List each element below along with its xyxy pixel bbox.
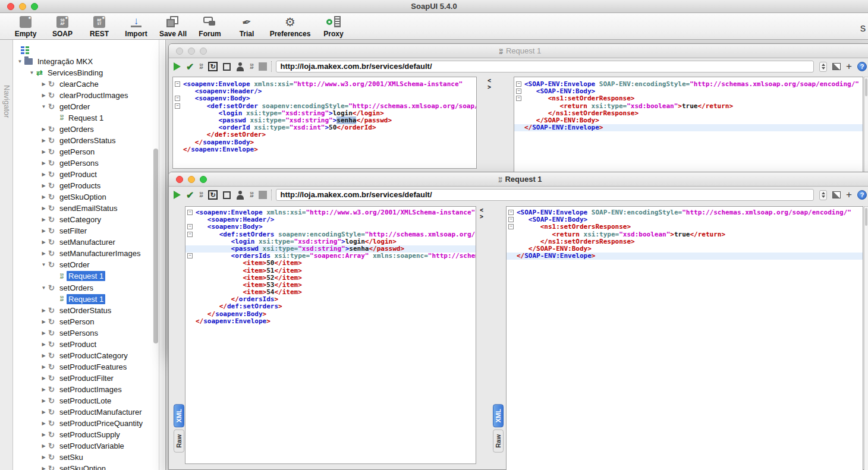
fold-toggle-icon[interactable]: − [175, 96, 180, 101]
tab-xml[interactable]: XML [493, 404, 504, 427]
endpoint-url-field[interactable]: http://loja.makex.com.br/services/defaul… [276, 189, 814, 201]
disclosure-right-icon[interactable]: ▶ [40, 342, 47, 347]
fold-toggle-icon[interactable]: − [508, 224, 514, 229]
xml-editor[interactable]: <SOAP-ENV:Envelope SOAP-ENV:encodingStyl… [517, 207, 863, 470]
tree-item-request-1[interactable]: SOAPRequest 1 [52, 294, 105, 305]
disclosure-right-icon[interactable]: ▶ [40, 376, 47, 381]
disclosure-right-icon[interactable]: ▶ [40, 239, 47, 245]
disclosure-right-icon[interactable]: ▶ [40, 353, 47, 358]
navigator-scrollbar-track[interactable] [159, 40, 164, 470]
tree-item-request-1[interactable]: SOAPRequest 1 [52, 270, 105, 282]
disclosure-right-icon[interactable]: ▶ [40, 127, 47, 132]
tree-item-setproductpricequantity[interactable]: ▶↻setProductPriceQuantity [40, 418, 144, 429]
tree-item-getpersons[interactable]: ▶↻getPersons [40, 157, 100, 169]
collapse-right-icon[interactable]: > [480, 213, 486, 220]
disclosure-right-icon[interactable]: ▶ [40, 160, 47, 166]
new-soap-project-button[interactable]: SOAP✱ SOAP [44, 15, 81, 38]
fold-toggle-icon[interactable]: − [175, 81, 180, 87]
tree-item-getproduct[interactable]: ▶↻getProduct [40, 169, 99, 180]
disclosure-down-icon[interactable]: ▼ [40, 104, 47, 109]
fold-toggle-icon[interactable]: − [508, 210, 514, 215]
scrollbar-thumb[interactable] [865, 208, 867, 226]
disclosure-right-icon[interactable]: ▶ [40, 228, 47, 234]
fold-toggle-icon[interactable]: − [508, 217, 514, 222]
response-editor-pane[interactable]: −−−<SOAP-ENV:Envelope SOAP-ENV:encodingS… [506, 206, 863, 470]
tree-item-request-1[interactable]: SOAPRequest 1 [52, 112, 105, 124]
tabbed-layout-button[interactable] [832, 189, 841, 201]
tree-item-setsku[interactable]: ▶↻setSku [40, 452, 85, 463]
splitter-collapse-icons[interactable]: <> [488, 77, 493, 90]
tree-item-clearcache[interactable]: ▶↻clearCache [40, 78, 100, 90]
submit-request-button[interactable] [174, 61, 181, 72]
request-editor-pane[interactable]: −−−−<soapenv:Envelope xmlns:xsi="http://… [185, 206, 476, 464]
fold-toggle-icon[interactable]: − [175, 103, 180, 109]
fold-gutter[interactable]: −−− [173, 77, 183, 168]
disclosure-right-icon[interactable]: ▶ [40, 387, 47, 392]
proxy-button[interactable]: Proxy [315, 15, 352, 38]
tree-item-setmanufacturerimages[interactable]: ▶↻setManufacturerImages [40, 248, 142, 259]
disclosure-right-icon[interactable]: ▶ [40, 217, 47, 222]
tree-item-getperson[interactable]: ▶↻getPerson [40, 146, 96, 157]
tree-item-setproductfeatures[interactable]: ▶↻setProductFeatures [40, 361, 128, 373]
disclosure-right-icon[interactable]: ▶ [40, 172, 47, 177]
scrollbar-thumb[interactable] [865, 78, 867, 96]
tree-item-getproducts[interactable]: ▶↻getProducts [40, 180, 102, 191]
fold-toggle-icon[interactable]: − [516, 89, 521, 94]
auth-button[interactable] [236, 189, 244, 201]
navigator-options-icon[interactable] [21, 46, 30, 54]
save-all-button[interactable]: Save All [155, 15, 191, 38]
disclosure-right-icon[interactable]: ▶ [40, 93, 47, 98]
tree-item-setperson[interactable]: ▶↻setPerson [40, 316, 96, 327]
disclosure-right-icon[interactable]: ▶ [40, 432, 47, 437]
disclosure-right-icon[interactable]: ▶ [40, 421, 47, 426]
xml-editor[interactable]: <soapenv:Envelope xmlns:xsi="http://www.… [196, 207, 476, 463]
disclosure-right-icon[interactable]: ▶ [40, 149, 47, 154]
tree-item-clearproductimages[interactable]: ▶↻clearProductImages [40, 90, 130, 101]
disclosure-right-icon[interactable]: ▶ [40, 81, 47, 87]
tree-item-setproductimages[interactable]: ▶↻setProductImages [40, 384, 124, 395]
attachments-button[interactable] [259, 189, 267, 201]
tree-item-setpersons[interactable]: ▶↻setPersons [40, 327, 100, 339]
add-to-testcase-button[interactable]: ✔ [186, 61, 194, 72]
tree-item-setproductcategory[interactable]: ▶↻setProductCategory [40, 350, 130, 361]
tree-item-getskuoption[interactable]: ▶↻getSkuOption [40, 191, 108, 203]
disclosure-right-icon[interactable]: ▶ [40, 319, 47, 324]
fold-gutter[interactable]: −−− [507, 207, 516, 470]
tree-item-getorders[interactable]: ▶↻getOrders [40, 124, 96, 135]
splitter-collapse-icons[interactable]: <> [480, 207, 486, 220]
navigator-scrollbar-thumb[interactable] [153, 149, 158, 343]
disclosure-down-icon[interactable]: ▼ [40, 262, 47, 267]
tree-item-setorder[interactable]: ▼↻setOrder [40, 259, 91, 270]
tabbed-layout-button[interactable] [832, 61, 841, 72]
code-line[interactable]: </soapenv:Envelope> [196, 318, 476, 325]
tree-item-setproductvariable[interactable]: ▶↻setProductVariable [40, 440, 126, 452]
endpoint-dropdown-stepper[interactable] [819, 189, 827, 201]
disclosure-right-icon[interactable]: ▶ [40, 308, 47, 313]
submit-request-button[interactable] [174, 189, 181, 201]
import-project-button[interactable]: ↓ Import [118, 15, 155, 38]
tree-item-servicesbinding[interactable]: ▼⇄ServicesBinding [29, 67, 105, 78]
clear-request-button[interactable] [223, 61, 231, 72]
disclosure-right-icon[interactable]: ▶ [40, 466, 47, 470]
endpoint-dropdown-stepper[interactable] [819, 61, 827, 72]
tree-item-setorderstatus[interactable]: ▶↻setOrderStatus [40, 305, 113, 316]
disclosure-right-icon[interactable]: ▶ [40, 138, 47, 143]
new-empty-project-button[interactable]: ✱ Empty [7, 15, 44, 38]
add-endpoint-button[interactable]: + [846, 189, 852, 201]
tree-item-setproductsupply[interactable]: ▶↻setProductSupply [40, 429, 122, 440]
collapse-left-icon[interactable]: < [480, 207, 486, 213]
request-window-setorders[interactable]: SOAPRequest 1 ✔ SOAP ↻ SOAP http://loja.… [168, 172, 868, 470]
disclosure-right-icon[interactable]: ▶ [40, 455, 47, 460]
code-line[interactable]: </SOAP-ENV:Envelope> [507, 253, 863, 260]
tree-item-setfilter[interactable]: ▶↻setFilter [40, 225, 89, 236]
tab-raw[interactable]: Raw [174, 430, 184, 453]
tree-item-setproductlote[interactable]: ▶↻setProductLote [40, 395, 113, 406]
disclosure-right-icon[interactable]: ▶ [40, 364, 47, 370]
recreate-request-button[interactable]: ↻ [208, 189, 218, 201]
attachments-button[interactable] [259, 61, 267, 72]
xml-editor[interactable]: <soapenv:Envelope xmlns:xsi="http://www.… [183, 77, 476, 168]
code-line[interactable]: </soapenv:Envelope> [183, 146, 476, 153]
tree-item-setproduct[interactable]: ▶↻setProduct [40, 339, 98, 350]
recreate-request-button[interactable]: ↻ [208, 61, 218, 72]
tree-item-setproductfilter[interactable]: ▶↻setProductFilter [40, 373, 115, 384]
